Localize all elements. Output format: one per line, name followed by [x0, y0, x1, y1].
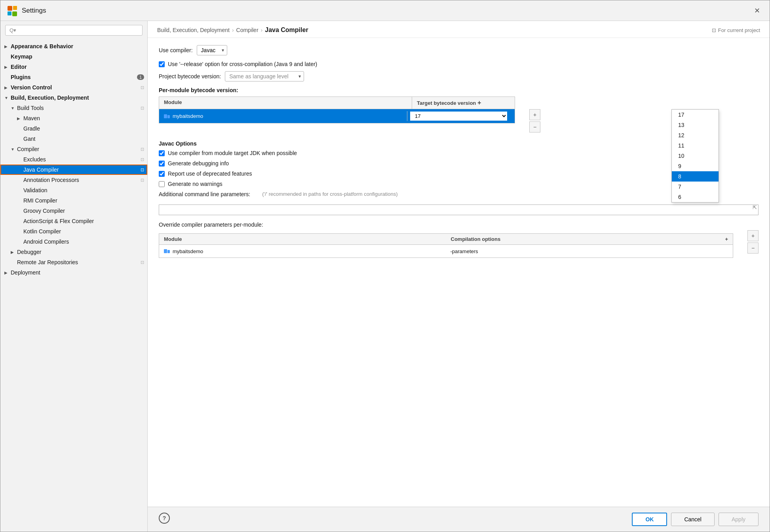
- svg-rect-5: [167, 115, 170, 118]
- sidebar-item-debugger[interactable]: ▶ Debugger: [0, 247, 147, 257]
- report-deprecated-checkbox[interactable]: [159, 171, 165, 177]
- generate-debug-checkbox[interactable]: [159, 161, 165, 167]
- dropdown-item-6[interactable]: 6: [672, 192, 719, 202]
- add-override-btn[interactable]: +: [725, 236, 728, 242]
- sidebar-item-build-exec-deploy[interactable]: ▼ Build, Execution, Deployment: [0, 93, 147, 103]
- per-module-title: Per-module bytecode version:: [159, 87, 759, 93]
- sidebar-item-gradle[interactable]: Gradle: [0, 123, 147, 134]
- sidebar-item-label: Gant: [23, 136, 144, 142]
- dropdown-item-9[interactable]: 9: [672, 161, 719, 171]
- expand-arrow: ▼: [11, 106, 17, 110]
- no-warnings-checkbox[interactable]: [159, 181, 165, 187]
- sidebar-item-plugins[interactable]: Plugins 1: [0, 72, 147, 82]
- override-options-col: Compilation options +: [446, 234, 733, 244]
- table-row[interactable]: mybaitsdemo 17: [159, 109, 515, 123]
- project-bytecode-select-wrapper: Same as language level: [225, 71, 304, 81]
- settings-dialog: Settings ✕ ▶ Appearance & Behavior Keyma…: [0, 0, 770, 532]
- sidebar-item-label: Editor: [11, 64, 144, 70]
- override-table: Module Compilation options +: [159, 233, 733, 258]
- remove-row-btn[interactable]: −: [529, 121, 540, 133]
- no-warnings-label: Generate no warnings: [168, 181, 222, 187]
- sidebar-item-gant[interactable]: Gant: [0, 134, 147, 144]
- dropdown-item-12[interactable]: 12: [672, 130, 719, 140]
- project-bytecode-row: Project bytecode version: Same as langua…: [159, 71, 759, 81]
- override-label: Override compiler parameters per-module:: [159, 222, 759, 228]
- table-header: Module Target bytecode version +: [159, 97, 515, 109]
- use-release-row: Use '--release' option for cross-compila…: [159, 61, 759, 67]
- use-compiler-jdk-checkbox[interactable]: [159, 150, 165, 156]
- javac-options-title: Javac Options: [159, 140, 759, 147]
- sidebar-item-editor[interactable]: ▶ Editor: [0, 62, 147, 72]
- per-module-area: Module Target bytecode version + m: [159, 97, 759, 133]
- svg-rect-4: [164, 114, 167, 118]
- add-row-btn[interactable]: +: [529, 109, 540, 120]
- remove-override-row-btn[interactable]: −: [747, 242, 759, 254]
- help-button[interactable]: ?: [159, 513, 170, 524]
- sidebar-item-annotation-processors[interactable]: Annotation Processors ⊡: [0, 175, 147, 185]
- main-area: ▶ Appearance & Behavior Keymap ▶ Editor …: [0, 21, 770, 532]
- sidebar-item-actionscript-compiler[interactable]: ActionScript & Flex Compiler: [0, 216, 147, 226]
- sidebar-item-kotlin-compiler[interactable]: Kotlin Compiler: [0, 226, 147, 237]
- use-release-checkbox[interactable]: [159, 61, 165, 67]
- sidebar-item-groovy-compiler[interactable]: Groovy Compiler: [0, 206, 147, 216]
- option-use-compiler-jdk: Use compiler from module target JDK when…: [159, 150, 759, 156]
- search-input[interactable]: [5, 25, 143, 36]
- sidebar-item-remote-jar[interactable]: Remote Jar Repositories ⊡: [0, 257, 147, 267]
- breadcrumb-sep-1: ›: [232, 27, 234, 33]
- settings-content: Use compiler: Javac Use '--release' opti…: [148, 38, 770, 507]
- additional-params-input[interactable]: [159, 204, 759, 215]
- sidebar-item-label: ActionScript & Flex Compiler: [23, 218, 144, 224]
- dropdown-item-7[interactable]: 7: [672, 182, 719, 192]
- dropdown-item-13[interactable]: 13: [672, 120, 719, 130]
- sidebar-item-label: Annotation Processors: [23, 177, 139, 183]
- sidebar-item-compiler[interactable]: ▼ Compiler ⊡: [0, 144, 147, 154]
- dropdown-item-10[interactable]: 10: [672, 151, 719, 161]
- expand-arrow: ▶: [4, 44, 11, 49]
- sidebar-item-label: Debugger: [17, 249, 144, 255]
- expand-arrow: ▶: [17, 116, 23, 121]
- use-compiler-jdk-label: Use compiler from module target JDK when…: [168, 150, 297, 156]
- sidebar-item-label: Plugins: [11, 74, 135, 80]
- breadcrumb-sep-2: ›: [261, 27, 263, 33]
- copy-icon: ⊡: [141, 147, 144, 152]
- add-module-btn[interactable]: +: [477, 99, 481, 106]
- use-compiler-row: Use compiler: Javac: [159, 45, 759, 55]
- sidebar-item-appearance[interactable]: ▶ Appearance & Behavior: [0, 41, 147, 51]
- expand-input-btn[interactable]: ⇱: [753, 204, 757, 210]
- project-bytecode-label: Project bytecode version:: [159, 73, 221, 80]
- use-compiler-label: Use compiler:: [159, 47, 193, 53]
- module-col-header: Module: [159, 97, 412, 109]
- sidebar-item-label: Maven: [23, 115, 144, 121]
- cancel-button[interactable]: Cancel: [671, 513, 715, 526]
- sidebar-item-label: Kotlin Compiler: [23, 228, 144, 235]
- dropdown-item-8[interactable]: 8: [672, 171, 719, 182]
- sidebar-item-validation[interactable]: Validation: [0, 185, 147, 195]
- use-compiler-select[interactable]: Javac: [197, 45, 227, 55]
- sidebar-item-excludes[interactable]: Excludes ⊡: [0, 154, 147, 165]
- sidebar-item-deployment[interactable]: ▶ Deployment: [0, 267, 147, 278]
- sidebar-item-build-tools[interactable]: ▼ Build Tools ⊡: [0, 103, 147, 113]
- svg-rect-0: [8, 6, 12, 11]
- generate-debug-label: Generate debugging info: [168, 160, 229, 167]
- override-row[interactable]: mybaitsdemo -parameters: [159, 245, 733, 257]
- sidebar-item-java-compiler[interactable]: Java Compiler ⊡: [0, 165, 147, 175]
- dropdown-item-11[interactable]: 11: [672, 140, 719, 151]
- copy-icon: ⊡: [141, 106, 144, 111]
- sidebar-item-rmi-compiler[interactable]: RMI Compiler: [0, 195, 147, 206]
- add-override-row-btn[interactable]: +: [747, 230, 759, 241]
- sidebar-item-android-compilers[interactable]: Android Compilers: [0, 237, 147, 247]
- for-current-project: ⊡ For current project: [712, 27, 760, 33]
- sidebar-item-maven[interactable]: ▶ Maven: [0, 113, 147, 123]
- project-bytecode-select[interactable]: Same as language level: [225, 71, 304, 81]
- additional-params-input-wrapper: ⇱: [159, 203, 759, 215]
- expand-arrow: ▼: [4, 96, 11, 100]
- apply-button[interactable]: Apply: [719, 513, 759, 526]
- sidebar-item-keymap[interactable]: Keymap: [0, 51, 147, 62]
- ok-button[interactable]: OK: [632, 513, 667, 526]
- module-name: mybaitsdemo: [173, 113, 407, 119]
- content-area: Build, Execution, Deployment › Compiler …: [148, 21, 770, 532]
- dropdown-item-17[interactable]: 17: [672, 110, 719, 120]
- sidebar-item-version-control[interactable]: ▶ Version Control ⊡: [0, 82, 147, 93]
- close-button[interactable]: ✕: [751, 4, 763, 17]
- version-select[interactable]: 17: [410, 111, 508, 121]
